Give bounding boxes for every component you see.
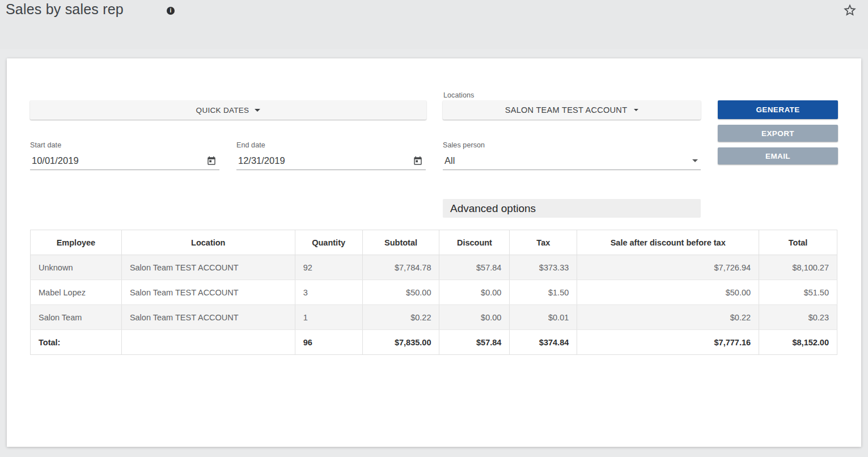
sales-person-label: Sales person (443, 141, 701, 149)
table-header-row: EmployeeLocationQuantitySubtotalDiscount… (31, 230, 837, 255)
table-header-cell: Tax (510, 230, 577, 255)
table-cell: Salon Team TEST ACCOUNT (121, 255, 295, 280)
table-cell: Salon Team (31, 305, 122, 330)
page-header-band (0, 0, 868, 49)
table-cell: $0.22 (577, 305, 759, 330)
export-button[interactable]: EXPORT (718, 125, 838, 142)
info-icon[interactable]: i (167, 7, 175, 15)
table-total-cell: 96 (295, 330, 362, 355)
chevron-down-icon (255, 109, 260, 112)
table-cell: Unknown (31, 255, 122, 280)
table-header-cell: Sale after discount before tax (577, 230, 759, 255)
calendar-icon[interactable] (413, 156, 423, 166)
locations-label: Locations (443, 91, 474, 99)
table-cell: $0.22 (362, 305, 439, 330)
quick-dates-button[interactable]: QUICK DATES (30, 100, 426, 120)
table-body: UnknownSalon Team TEST ACCOUNT92$7,784.7… (31, 255, 837, 355)
report-table: EmployeeLocationQuantitySubtotalDiscount… (30, 230, 837, 355)
table-row: UnknownSalon Team TEST ACCOUNT92$7,784.7… (31, 255, 837, 280)
sales-person-select[interactable]: All (443, 152, 701, 170)
table-total-cell: $57.84 (439, 330, 510, 355)
table-total-cell: Total: (31, 330, 122, 355)
table-cell: $51.50 (759, 280, 837, 305)
table-cell: $0.00 (439, 280, 510, 305)
table-cell: $50.00 (362, 280, 439, 305)
table-row: Salon TeamSalon Team TEST ACCOUNT1$0.22$… (31, 305, 837, 330)
sales-person-value: All (443, 155, 455, 166)
table-total-cell (121, 330, 295, 355)
table-header-cell: Discount (439, 230, 510, 255)
start-date-input[interactable]: 10/01/2019 (30, 152, 219, 170)
table-cell: $0.23 (759, 305, 837, 330)
locations-value: SALON TEAM TEST ACCOUNT (505, 105, 628, 115)
end-date-input[interactable]: 12/31/2019 (236, 152, 426, 170)
table-cell: $0.00 (439, 305, 510, 330)
generate-button[interactable]: GENERATE (718, 100, 838, 119)
table-cell: Mabel Lopez (31, 280, 122, 305)
start-date-label: Start date (30, 141, 219, 149)
report-table-wrap: EmployeeLocationQuantitySubtotalDiscount… (30, 230, 837, 355)
sales-person-field: Sales person All (443, 141, 701, 170)
table-cell: $8,100.27 (759, 255, 837, 280)
report-card: QUICK DATES Locations SALON TEAM TEST AC… (7, 58, 861, 447)
end-date-value: 12/31/2019 (236, 155, 285, 166)
quick-dates-label: QUICK DATES (196, 106, 249, 115)
table-cell: $373.33 (510, 255, 577, 280)
chevron-down-icon (634, 109, 638, 111)
email-button[interactable]: EMAIL (718, 147, 838, 164)
table-header-cell: Employee (31, 230, 122, 255)
table-cell: $57.84 (439, 255, 510, 280)
table-header-cell: Location (121, 230, 295, 255)
table-total-cell: $7,777.16 (577, 330, 759, 355)
table-cell: Salon Team TEST ACCOUNT (121, 280, 295, 305)
locations-button[interactable]: SALON TEAM TEST ACCOUNT (443, 100, 701, 120)
table-row: Mabel LopezSalon Team TEST ACCOUNT3$50.0… (31, 280, 837, 305)
table-cell: 92 (295, 255, 362, 280)
page-title: Sales by sales rep (6, 1, 124, 18)
table-cell: 1 (295, 305, 362, 330)
table-header-cell: Quantity (295, 230, 362, 255)
start-date-value: 10/01/2019 (30, 155, 79, 166)
table-cell: $7,784.78 (362, 255, 439, 280)
advanced-options-toggle[interactable]: Advanced options (443, 199, 701, 218)
table-cell: $7,726.94 (577, 255, 759, 280)
table-cell: $0.01 (510, 305, 577, 330)
table-header-cell: Total (759, 230, 837, 255)
table-cell: $50.00 (577, 280, 759, 305)
chevron-down-icon (692, 159, 698, 162)
end-date-field: End date 12/31/2019 (236, 141, 426, 170)
start-date-field: Start date 10/01/2019 (30, 141, 219, 170)
favorite-star-icon[interactable] (842, 3, 857, 18)
table-cell: Salon Team TEST ACCOUNT (121, 305, 295, 330)
table-total-row: Total:96$7,835.00$57.84$374.84$7,777.16$… (31, 330, 837, 355)
table-total-cell: $7,835.00 (362, 330, 439, 355)
calendar-icon[interactable] (206, 156, 217, 166)
table-cell: $1.50 (510, 280, 577, 305)
end-date-label: End date (236, 141, 426, 149)
table-total-cell: $8,152.00 (759, 330, 837, 355)
table-header-cell: Subtotal (362, 230, 439, 255)
table-total-cell: $374.84 (510, 330, 577, 355)
table-cell: 3 (295, 280, 362, 305)
